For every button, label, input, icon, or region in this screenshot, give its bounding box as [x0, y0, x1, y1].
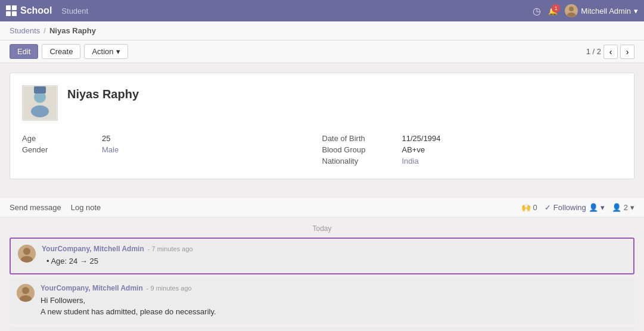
create-button[interactable]: Create [42, 44, 80, 59]
toolbar: Edit Create Action ▾ 1 / 2 ‹ › [0, 40, 644, 63]
followers-dropdown-icon: ▾ [630, 203, 634, 212]
log-note-button[interactable]: Log note [71, 202, 101, 213]
dob-label: Date of Birth [322, 134, 400, 143]
message-item-3: YourCompany, Mitchell Admin - 22 minutes… [10, 327, 634, 332]
breadcrumb-separator: / [43, 26, 46, 35]
gender-label: Gender [22, 145, 99, 154]
followers-stat[interactable]: 👤 2 ▾ [612, 203, 634, 212]
person-icon: 👤 [589, 203, 598, 212]
record-fields: Age 25 Gender Male Date of Birth 11/25/1… [22, 133, 622, 167]
svg-point-4 [31, 105, 49, 117]
user-menu[interactable]: Mitchell Admin ▾ [565, 4, 638, 17]
svg-point-0 [569, 7, 574, 11]
gender-value[interactable]: Male [102, 145, 322, 154]
msg-avatar-2 [17, 284, 35, 302]
reaction-icon: 🙌 [521, 203, 531, 212]
breadcrumb-current: Niyas Raphy [49, 26, 96, 35]
pagination-next[interactable]: › [620, 45, 634, 59]
app-logo[interactable] [6, 5, 17, 16]
followers-icon: 👤 [612, 203, 621, 212]
following-dropdown-icon: ▾ [601, 203, 605, 212]
blood-value: AB+ve [402, 145, 623, 154]
action-dropdown-icon: ▾ [116, 47, 120, 56]
notification-bell[interactable]: 🔔 1 [548, 7, 558, 15]
msg-author-2[interactable]: YourCompany, Mitchell Admin [41, 284, 143, 292]
reactions-stat[interactable]: 🙌 0 [521, 203, 537, 212]
nationality-label: Nationality [322, 157, 400, 166]
record-card: Niyas Raphy Age 25 Gender Male Date of B… [10, 73, 634, 179]
breadcrumb-parent[interactable]: Students [10, 26, 40, 35]
following-button[interactable]: ✓ Following 👤 ▾ [545, 203, 605, 212]
message-item: YourCompany, Mitchell Admin - 7 minutes … [10, 238, 634, 274]
top-navigation: School Student ◷ 🔔 1 Mitchell Admin ▾ [0, 0, 644, 21]
pagination: 1 / 2 ‹ › [586, 45, 634, 59]
check-icon: ✓ [545, 203, 551, 212]
edit-button[interactable]: Edit [10, 44, 38, 59]
send-message-button[interactable]: Send message [10, 202, 61, 213]
age-label: Age [22, 134, 99, 143]
svg-point-7 [23, 248, 30, 255]
pagination-prev[interactable]: ‹ [603, 45, 618, 59]
dob-value: 11/25/1994 [402, 134, 623, 143]
msg-body-1: • Age: 24 → 25 [42, 255, 626, 267]
nationality-value[interactable]: India [402, 157, 623, 166]
message-item-2: YourCompany, Mitchell Admin - 9 minutes … [10, 278, 634, 324]
svg-point-1 [567, 13, 575, 17]
msg-content-1: YourCompany, Mitchell Admin - 7 minutes … [42, 245, 626, 267]
student-name: Niyas Raphy [67, 85, 139, 101]
app-title: School [20, 5, 52, 16]
msg-author-1[interactable]: YourCompany, Mitchell Admin [42, 245, 144, 253]
breadcrumb: Students / Niyas Raphy [0, 21, 644, 40]
messages-area: Today YourCompany, Mitchell Admin - 7 mi… [0, 224, 644, 331]
date-divider: Today [10, 224, 634, 233]
svg-rect-5 [34, 86, 46, 93]
msg-time-2: - 9 minutes ago [147, 285, 192, 292]
blood-label: Blood Group [322, 145, 400, 154]
chatter-bar: Send message Log note 🙌 0 ✓ Following 👤 … [0, 198, 644, 217]
action-button[interactable]: Action ▾ [84, 44, 127, 59]
user-dropdown-icon: ▾ [634, 7, 638, 15]
clock-icon[interactable]: ◷ [533, 5, 541, 17]
pagination-info: 1 / 2 [586, 47, 601, 56]
main-content: Niyas Raphy Age 25 Gender Male Date of B… [0, 63, 644, 198]
msg-time-1: - 7 minutes ago [148, 245, 193, 252]
module-label: Student [61, 7, 88, 15]
age-value: 25 [102, 134, 322, 143]
user-avatar [565, 4, 578, 17]
svg-point-10 [22, 287, 29, 294]
student-photo [22, 85, 58, 121]
notification-count: 1 [552, 4, 560, 13]
msg-avatar-1 [18, 245, 36, 263]
user-name: Mitchell Admin [581, 7, 631, 15]
msg-body-2: Hi Followers, A new student has admitted… [41, 295, 627, 318]
msg-content-2: YourCompany, Mitchell Admin - 9 minutes … [41, 284, 627, 318]
